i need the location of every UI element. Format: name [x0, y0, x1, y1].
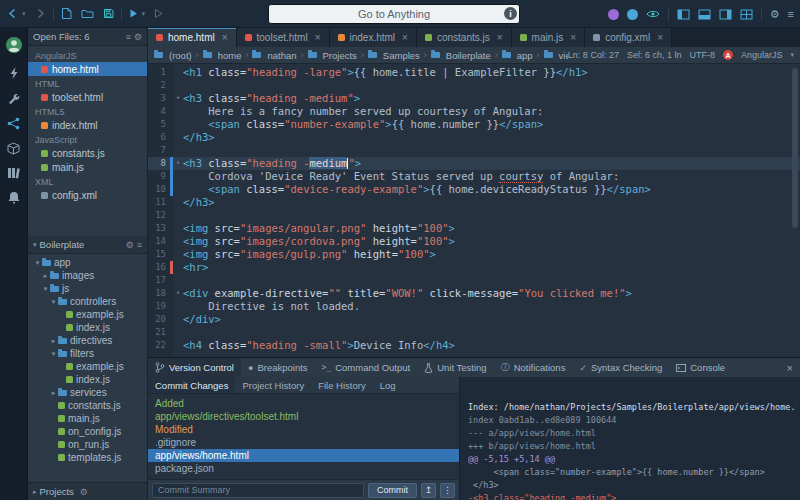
package-box-icon[interactable]	[7, 142, 20, 155]
search-info-icon[interactable]: i	[504, 7, 517, 20]
editor-line-8[interactable]: 8▾<h3 class="heading -medium">	[148, 157, 800, 170]
breadcrumb-folder-(root)[interactable]: (root)	[154, 50, 192, 61]
open-files-sort-icon[interactable]: ≡	[126, 32, 131, 42]
projects-header[interactable]: ▸ Projects ⚙	[28, 482, 147, 500]
settings-gear-icon[interactable]: ⚙	[770, 8, 780, 21]
tree-item-filters[interactable]: ▾filters	[28, 347, 147, 360]
line-number[interactable]: 3	[148, 92, 170, 105]
editor-line-16[interactable]: 16<hr>	[148, 261, 800, 274]
panel-tab-syntax-checking[interactable]: ✓Syntax Checking	[572, 358, 669, 377]
tab-close-icon[interactable]: ×	[402, 32, 408, 43]
back-icon[interactable]	[7, 8, 18, 19]
projects-chevron-icon[interactable]: ▸	[33, 488, 37, 496]
line-number[interactable]: 10	[148, 183, 170, 196]
tree-item-example.js[interactable]: example.js	[28, 308, 147, 321]
editor-line-4[interactable]: 4 Here is a fancy number served up court…	[148, 105, 800, 118]
tree-item-index.js[interactable]: index.js	[28, 373, 147, 386]
preview-run-icon[interactable]	[154, 8, 163, 19]
subtab-commit-changes[interactable]: Commit Changes	[148, 377, 235, 393]
editor-line-17[interactable]: 17	[148, 274, 800, 287]
breadcrumb-folder-Boilerplate[interactable]: Boilerplate	[431, 50, 491, 61]
tab-close-icon[interactable]: ×	[315, 32, 321, 43]
editor-line-13[interactable]: 13<img src="images/angular.png" height="…	[148, 222, 800, 235]
editor-line-21[interactable]: 21	[148, 326, 800, 339]
editor-tab-main.js[interactable]: main.js×	[512, 28, 586, 47]
tab-close-icon[interactable]: ×	[497, 32, 503, 43]
tab-close-icon[interactable]: ×	[657, 32, 663, 43]
tree-expand-icon[interactable]: ▸	[49, 337, 58, 345]
places-gear-icon[interactable]: ⚙	[126, 240, 134, 250]
toggle-right-pane-icon[interactable]	[719, 9, 732, 20]
subtab-project-history[interactable]: Project History	[235, 377, 311, 393]
go-to-anything-search[interactable]: i	[268, 4, 520, 24]
tree-expand-icon[interactable]: ▸	[41, 272, 50, 280]
subtab-log[interactable]: Log	[373, 377, 403, 393]
open-file-home.html[interactable]: home.html	[28, 62, 147, 76]
line-number[interactable]: 20	[148, 313, 170, 326]
forward-icon[interactable]	[35, 8, 46, 19]
open-file-toolset.html[interactable]: toolset.html	[28, 90, 147, 104]
line-number[interactable]: 19	[148, 300, 170, 313]
tree-item-templates.js[interactable]: templates.js	[28, 451, 147, 464]
editor-tab-toolset.html[interactable]: toolset.html×	[237, 28, 330, 47]
tree-expand-icon[interactable]: ▾	[41, 285, 50, 293]
editor-line-2[interactable]: 2	[148, 79, 800, 92]
panel-close-icon[interactable]: ×	[780, 362, 800, 374]
line-number[interactable]: 11	[148, 196, 170, 209]
open-files-gear-icon[interactable]: ⚙	[134, 32, 142, 42]
encoding[interactable]: UTF-8	[689, 50, 715, 60]
line-number[interactable]: 5	[148, 118, 170, 131]
language-mode[interactable]: AngularJS	[741, 50, 783, 60]
open-file-constants.js[interactable]: constants.js	[28, 146, 147, 160]
run-icon[interactable]	[129, 8, 138, 19]
editor-tab-home.html[interactable]: home.html×	[148, 28, 237, 47]
tree-item-app[interactable]: ▾app	[28, 256, 147, 269]
line-number[interactable]: 1	[148, 66, 170, 79]
breadcrumb-folder-Samples[interactable]: Samples	[368, 50, 420, 61]
tree-item-directives[interactable]: ▸directives	[28, 334, 147, 347]
language-dropdown-icon[interactable]: ▾	[790, 51, 794, 59]
share-nodes-icon[interactable]	[7, 117, 20, 130]
editor-line-9[interactable]: 9 Cordova 'Device Ready' Event Status se…	[148, 170, 800, 183]
editor-line-5[interactable]: 5 <span class="number-example">{{ home.n…	[148, 118, 800, 131]
line-number[interactable]: 8	[148, 157, 170, 170]
tree-item-images[interactable]: ▸images	[28, 269, 147, 282]
save-icon[interactable]	[103, 8, 114, 19]
editor-scrollbar[interactable]	[792, 68, 798, 228]
tree-item-js[interactable]: ▾js	[28, 282, 147, 295]
record-macro-icon[interactable]	[608, 9, 619, 20]
notifications-bell-icon[interactable]	[8, 191, 20, 204]
places-menu-icon[interactable]: ≡	[137, 240, 142, 250]
fold-toggle-icon[interactable]: ▾	[173, 92, 183, 105]
breadcrumb-folder-nathan[interactable]: nathan	[252, 50, 296, 61]
tree-item-services[interactable]: ▸services	[28, 386, 147, 399]
line-number[interactable]: 6	[148, 131, 170, 144]
line-number[interactable]: 21	[148, 326, 170, 339]
places-chevron-icon[interactable]: ▾	[33, 241, 37, 249]
projects-gear-icon[interactable]: ⚙	[80, 487, 88, 497]
push-icon[interactable]: ↥	[421, 483, 436, 498]
diff-view[interactable]: Index: /home/nathan/Projects/Samples/Boi…	[460, 377, 800, 500]
editor-tab-constants.js[interactable]: constants.js×	[417, 28, 512, 47]
tree-item-on_run.js[interactable]: on_run.js	[28, 438, 147, 451]
unified-menu-icon[interactable]: ≡	[788, 8, 794, 20]
panel-tab-version-control[interactable]: Version Control	[148, 358, 241, 377]
panel-tab-breakpoints[interactable]: ●Breakpoints	[241, 358, 315, 377]
tree-expand-icon[interactable]: ▾	[49, 350, 58, 358]
line-number[interactable]: 13	[148, 222, 170, 235]
library-books-icon[interactable]	[7, 167, 20, 179]
back-history-dropdown-icon[interactable]: ▾	[22, 10, 26, 18]
tree-expand-icon[interactable]: ▾	[33, 259, 42, 267]
changed-file[interactable]: app/views/directives/toolset.html	[148, 410, 459, 423]
tree-item-constants.js[interactable]: constants.js	[28, 399, 147, 412]
editor-line-6[interactable]: 6</h3>	[148, 131, 800, 144]
tree-expand-icon[interactable]: ▸	[49, 389, 58, 397]
open-file-main.js[interactable]: main.js	[28, 160, 147, 174]
panel-tab-console[interactable]: Console	[669, 358, 732, 377]
preview-eye-icon[interactable]	[646, 9, 660, 19]
panel-tab-notifications[interactable]: ⓘNotifications	[494, 358, 573, 377]
toggle-full-layout-icon[interactable]	[740, 9, 753, 20]
commit-summary-input[interactable]	[152, 483, 364, 498]
code-editor[interactable]: 1<h1 class="heading -large">{{ home.titl…	[148, 64, 800, 357]
breadcrumb-folder-views[interactable]: views	[544, 50, 568, 61]
